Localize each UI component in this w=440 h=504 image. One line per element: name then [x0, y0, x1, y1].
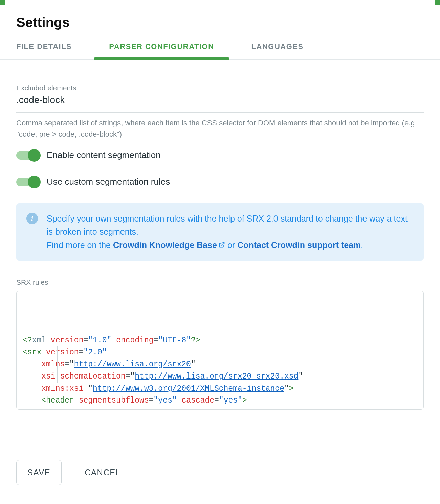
- save-button[interactable]: SAVE: [16, 460, 62, 485]
- excluded-elements-input[interactable]: [16, 95, 424, 113]
- srx-rules-label: SRX rules: [16, 278, 424, 287]
- link-contact-support[interactable]: Contact Crowdin support team: [237, 240, 361, 250]
- toggle-content-segmentation-label: Enable content segmentation: [47, 150, 161, 160]
- tab-file-details[interactable]: FILE DETAILS: [16, 42, 72, 59]
- footer: SAVE CANCEL: [0, 445, 440, 504]
- info-icon: i: [26, 213, 38, 224]
- tab-parser-configuration[interactable]: PARSER CONFIGURATION: [109, 42, 214, 59]
- link-knowledge-base[interactable]: Crowdin Knowledge Base: [113, 240, 225, 250]
- page-title: Settings: [16, 15, 424, 30]
- tab-languages[interactable]: LANGUAGES: [251, 42, 304, 59]
- window-corner: [0, 0, 5, 5]
- excluded-elements-help: Comma separated list of strings, where e…: [16, 117, 424, 140]
- toggle-custom-rules-label: Use custom segmentation rules: [47, 177, 170, 187]
- info-text: Specify your own segmentation rules with…: [47, 212, 414, 251]
- external-link-icon: [218, 242, 225, 248]
- window-corner: [435, 0, 440, 5]
- info-line-1: Specify your own segmentation rules with…: [47, 214, 408, 236]
- tabs: FILE DETAILS PARSER CONFIGURATION LANGUA…: [0, 30, 440, 60]
- srx-rules-editor[interactable]: <?xml version="1.0" encoding="UTF-8"?> <…: [16, 291, 424, 410]
- info-prefix: Find more on the: [47, 240, 113, 250]
- info-box: i Specify your own segmentation rules wi…: [16, 203, 424, 261]
- toggle-custom-rules[interactable]: [16, 178, 39, 186]
- excluded-elements-label: Excluded elements: [16, 84, 424, 92]
- toggle-content-segmentation[interactable]: [16, 151, 39, 160]
- cancel-button[interactable]: CANCEL: [74, 460, 131, 485]
- info-or: or: [227, 240, 237, 250]
